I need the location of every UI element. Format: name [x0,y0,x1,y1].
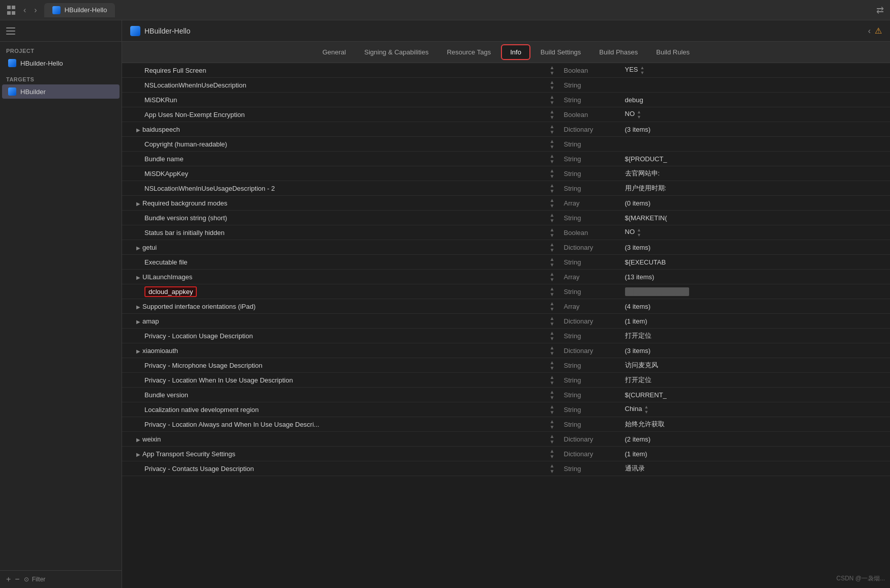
tab-build-settings[interactable]: Build Settings [532,45,589,59]
sidebar-item-project[interactable]: HBuilder-Hello [2,56,120,70]
value-cell[interactable]: ${EXECUTAB [621,255,891,270]
table-row[interactable]: Requires Full Screen▲▼BooleanYES▲▼ [122,63,890,78]
table-row[interactable]: Status bar is initially hidden▲▼BooleanN… [122,225,890,240]
value-cell[interactable]: debug [621,93,891,107]
value-cell[interactable] [621,78,891,93]
grid-icon[interactable] [6,5,16,15]
table-row[interactable]: Privacy - Contacts Usage Description▲▼St… [122,461,890,476]
sort-control[interactable]: ▲▼ [545,93,560,107]
expand-arrow-icon[interactable]: ▶ [136,452,140,457]
expand-arrow-icon[interactable]: ▶ [136,348,140,354]
table-row[interactable]: Privacy - Location Always and When In Us… [122,417,890,432]
table-row[interactable]: ▶xiaomioauth▲▼Dictionary(3 items) [122,343,890,358]
tab-build-phases[interactable]: Build Phases [591,45,646,59]
sort-control[interactable]: ▲▼ [545,461,560,476]
split-button[interactable]: ⇄ [876,5,884,16]
value-cell[interactable]: $(CURRENT_ [621,388,891,402]
table-row[interactable]: ▶amap▲▼Dictionary(1 item) [122,314,890,329]
sort-control[interactable]: ▲▼ [545,270,560,284]
value-cell[interactable]: (3 items) [621,343,891,358]
sort-control[interactable]: ▲▼ [545,196,560,211]
table-row[interactable]: App Uses Non-Exempt Encryption▲▼BooleanN… [122,107,890,122]
sort-control[interactable]: ▲▼ [545,63,560,78]
value-cell[interactable]: ████████████ [621,284,891,299]
value-stepper-icon[interactable]: ▲▼ [637,109,641,120]
table-row[interactable]: Bundle version string (short)▲▼String$(M… [122,211,890,225]
back-button[interactable]: ‹ [20,5,29,16]
value-cell[interactable]: ${PRODUCT_ [621,152,891,166]
sort-control[interactable]: ▲▼ [545,299,560,314]
table-row[interactable]: Privacy - Microphone Usage Description▲▼… [122,358,890,373]
table-row[interactable]: Bundle name▲▼String${PRODUCT_ [122,152,890,166]
sort-control[interactable]: ▲▼ [545,255,560,270]
value-cell[interactable]: 去官网站申: [621,166,891,181]
table-row[interactable]: Executable file▲▼String${EXECUTAB [122,255,890,270]
table-row[interactable]: Localization native development region▲▼… [122,402,890,417]
value-cell[interactable]: (3 items) [621,122,891,137]
sort-control[interactable]: ▲▼ [545,417,560,432]
value-cell[interactable]: 始终允许获取 [621,417,891,432]
sort-control[interactable]: ▲▼ [545,314,560,329]
tab-build-rules[interactable]: Build Rules [648,45,698,59]
sort-control[interactable]: ▲▼ [545,358,560,373]
value-cell[interactable]: (0 items) [621,196,891,211]
sort-control[interactable]: ▲▼ [545,240,560,255]
value-cell[interactable]: China▲▼ [621,402,891,417]
value-cell[interactable]: (13 items) [621,270,891,284]
value-cell[interactable]: YES▲▼ [621,63,891,78]
filter-button[interactable]: ⊙ Filter [24,576,46,583]
expand-arrow-icon[interactable]: ▶ [136,437,140,443]
sort-control[interactable]: ▲▼ [545,107,560,122]
add-button[interactable]: + [6,575,11,584]
table-row[interactable]: MiSDKAppKey▲▼String去官网站申: [122,166,890,181]
value-cell[interactable]: (4 items) [621,299,891,314]
sort-control[interactable]: ▲▼ [545,152,560,166]
sort-control[interactable]: ▲▼ [545,225,560,240]
value-cell[interactable]: 访问麦克风 [621,358,891,373]
table-row[interactable]: ▶Supported interface orientations (iPad)… [122,299,890,314]
value-cell[interactable]: 打开定位 [621,373,891,388]
expand-arrow-icon[interactable]: ▶ [136,319,140,325]
remove-button[interactable]: − [15,575,19,584]
value-cell[interactable]: NO▲▼ [621,225,891,240]
table-row[interactable]: MiSDKRun▲▼Stringdebug [122,93,890,107]
table-row[interactable]: ▶App Transport Security Settings▲▼Dictio… [122,447,890,461]
value-cell[interactable]: (1 item) [621,314,891,329]
tab-signing[interactable]: Signing & Capabilities [356,45,436,59]
value-cell[interactable]: NO▲▼ [621,107,891,122]
table-row[interactable]: ▶UILaunchImages▲▼Array(13 items) [122,270,890,284]
table-row[interactable]: ▶weixin▲▼Dictionary(2 items) [122,432,890,447]
table-row[interactable]: Privacy - Location Usage Description▲▼St… [122,329,890,343]
table-row[interactable]: Copyright (human-readable)▲▼String [122,137,890,152]
table-row[interactable]: ▶Required background modes▲▼Array(0 item… [122,196,890,211]
expand-arrow-icon[interactable]: ▶ [136,304,140,310]
sort-control[interactable]: ▲▼ [545,402,560,417]
table-row[interactable]: dcloud_appkey▲▼String████████████ [122,284,890,299]
value-cell[interactable]: 打开定位 [621,329,891,343]
sort-control[interactable]: ▲▼ [545,432,560,447]
value-stepper-icon[interactable]: ▲▼ [637,227,641,238]
table-row[interactable]: ▶baiduspeech▲▼Dictionary(3 items) [122,122,890,137]
tab-resource-tags[interactable]: Resource Tags [439,45,499,59]
expand-arrow-icon[interactable]: ▶ [136,127,140,133]
sort-control[interactable]: ▲▼ [545,284,560,299]
sort-control[interactable]: ▲▼ [545,122,560,137]
sidebar-toggle-icon[interactable] [6,27,15,35]
expand-arrow-icon[interactable]: ▶ [136,201,140,207]
table-row[interactable]: NSLocationWhenInUseUsageDescription - 2▲… [122,181,890,196]
value-stepper-icon[interactable]: ▲▼ [640,65,645,75]
tab-info[interactable]: Info [501,44,530,60]
title-tab[interactable]: HBuilder-Hello [44,3,115,17]
sort-control[interactable]: ▲▼ [545,78,560,93]
tab-general[interactable]: General [314,45,354,59]
sort-control[interactable]: ▲▼ [545,137,560,152]
info-table[interactable]: Requires Full Screen▲▼BooleanYES▲▼NSLoca… [122,63,890,588]
value-cell[interactable]: (3 items) [621,240,891,255]
forward-button[interactable]: › [31,5,40,16]
collapse-arrow-button[interactable]: ‹ [868,26,871,36]
sort-control[interactable]: ▲▼ [545,166,560,181]
table-row[interactable]: NSLocationWhenInUseDescription▲▼String [122,78,890,93]
sort-control[interactable]: ▲▼ [545,388,560,402]
value-cell[interactable]: $(MARKETIN( [621,211,891,225]
sort-control[interactable]: ▲▼ [545,373,560,388]
